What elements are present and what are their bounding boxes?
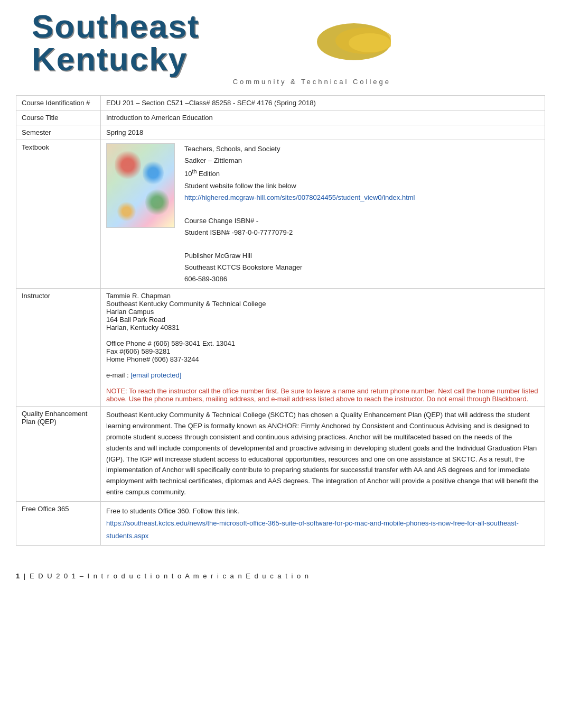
free-office-url-link[interactable]: https://southeast.kctcs.edu/news/the-mic… (106, 519, 519, 539)
instructor-fax: Fax #(606) 589-3281 (106, 347, 539, 355)
yellow-blob-icon (117, 201, 136, 222)
course-id-row: Course Identification # EDU 201 – Sectio… (16, 96, 545, 110)
qep-value: Southeast Kentucky Community & Technical… (101, 407, 545, 501)
semester-value: Spring 2018 (101, 125, 545, 140)
course-id-value: EDU 201 – Section C5Z1 –Class# 85258 - S… (101, 96, 545, 110)
free-office-text-block: Free to students Office 360. Follow this… (106, 505, 539, 542)
info-table: Course Identification # EDU 201 – Sectio… (16, 95, 545, 546)
course-id-label: Course Identification # (16, 96, 101, 110)
blue-blob-icon (143, 160, 164, 186)
textbook-label: Textbook (16, 140, 101, 289)
instructor-address2: Harlan, Kentucky 40831 (106, 324, 539, 331)
textbook-website-text: Student website follow the link below (184, 180, 539, 192)
instructor-label: Instructor (16, 289, 101, 407)
instructor-note: NOTE: To reach the instructor call the o… (106, 387, 539, 403)
textbook-author: Sadker – Zittleman (184, 155, 539, 167)
textbook-phone: 606-589-3086 (184, 273, 539, 285)
svg-point-2 (349, 33, 391, 52)
instructor-row: Instructor Tammie R. Chapman Southeast K… (16, 289, 545, 407)
semester-row: Semester Spring 2018 (16, 125, 545, 140)
logo-subtitle: Community & Technical College (32, 78, 391, 86)
course-title-label: Course Title (16, 110, 101, 125)
textbook-row: Textbook Teachers, Schools, and Society … (16, 140, 545, 289)
instructor-email-label: e-mail : (106, 371, 130, 379)
course-title-value: Introduction to American Education (101, 110, 545, 125)
textbook-title: Teachers, Schools, and Society (184, 143, 539, 155)
header: Southeast Kentucky Community & Technical… (0, 0, 561, 90)
textbook-student-isbn: Student ISBN# -987-0-0-7777079-2 (184, 227, 539, 238)
free-office-value: Free to students Office 360. Follow this… (101, 501, 545, 545)
textbook-url-link[interactable]: http://highered.mcgraw-hill.com/sites/00… (184, 193, 415, 201)
textbook-image (106, 143, 175, 228)
gold-swoosh-icon (285, 21, 391, 63)
footer: 1 | E D U 2 0 1 – I n t r o d u c t i o … (0, 556, 561, 585)
qep-text: Southeast Kentucky Community & Technical… (106, 410, 539, 497)
free-office-label: Free Office 365 (16, 501, 101, 545)
free-office-row: Free Office 365 Free to students Office … (16, 501, 545, 545)
textbook-publisher: Publisher McGraw Hill (184, 250, 539, 262)
instructor-value: Tammie R. Chapman Southeast Kentucky Com… (101, 289, 545, 407)
instructor-email-link[interactable]: [email protected] (130, 371, 181, 379)
textbook-edition: 10th Edition (184, 167, 539, 180)
textbook-course-change: Course Change ISBN# - (184, 215, 539, 227)
semester-label: Semester (16, 125, 101, 140)
footer-separator: | (24, 572, 26, 580)
course-title-row: Course Title Introduction to American Ed… (16, 110, 545, 125)
instructor-school: Southeast Kentucky Community & Technical… (106, 300, 539, 308)
qep-label-text2: Plan (QEP) (22, 418, 95, 426)
instructor-home-phone: Home Phone# (606) 837-3244 (106, 355, 539, 363)
instructor-address1: 164 Ball Park Road (106, 316, 539, 324)
textbook-bookstore: Southeast KCTCS Bookstore Manager (184, 262, 539, 273)
textbook-value: Teachers, Schools, and Society Sadker – … (101, 140, 545, 289)
textbook-url-container: http://highered.mcgraw-hill.com/sites/00… (184, 192, 539, 204)
page-number: 1 (16, 572, 21, 580)
qep-label-text: Quality Enhancement (22, 410, 95, 418)
main-content: Course Identification # EDU 201 – Sectio… (0, 90, 561, 556)
qep-row: Quality Enhancement Plan (QEP) Southeast… (16, 407, 545, 501)
footer-course-title: E D U 2 0 1 – I n t r o d u c t i o n t … (30, 572, 310, 580)
instructor-email-row: e-mail : [email protected] (106, 371, 539, 379)
instructor-name: Tammie R. Chapman (106, 292, 539, 300)
free-office-text: Free to students Office 360. Follow this… (106, 505, 539, 517)
instructor-office-phone: Office Phone # (606) 589-3041 Ext. 13041 (106, 339, 539, 347)
textbook-details: Teachers, Schools, and Society Sadker – … (184, 143, 539, 285)
textbook-inner: Teachers, Schools, and Society Sadker – … (106, 143, 539, 285)
instructor-campus: Harlan Campus (106, 308, 539, 316)
logo-block: Southeast Kentucky Community & Technical… (32, 10, 391, 84)
qep-label: Quality Enhancement Plan (QEP) (16, 407, 101, 501)
